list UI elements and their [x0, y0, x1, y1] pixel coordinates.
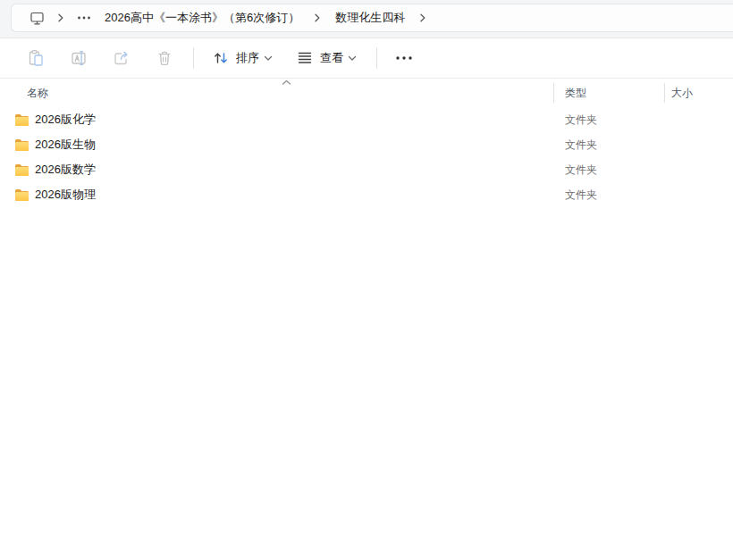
view-label: 查看 — [320, 50, 343, 66]
toolbar-divider — [376, 47, 377, 69]
file-type: 文件夹 — [553, 163, 664, 178]
table-row[interactable]: 2026版化学 文件夹 — [0, 107, 733, 132]
column-header-size[interactable]: 大小 — [664, 79, 733, 107]
table-row[interactable]: 2026版物理 文件夹 — [0, 182, 733, 207]
column-header-size-label: 大小 — [671, 86, 693, 101]
table-row[interactable]: 2026版数学 文件夹 — [0, 157, 733, 182]
chevron-right-icon — [56, 13, 65, 23]
table-row[interactable]: 2026版生物 文件夹 — [0, 132, 733, 157]
breadcrumb-root-this-pc[interactable] — [29, 11, 45, 26]
breadcrumb-label: 2026高中《一本涂书》（第6次修订） — [103, 10, 301, 26]
column-header-row: 名称 类型 大小 — [0, 79, 733, 107]
chevron-down-icon — [264, 55, 273, 62]
paste-button[interactable] — [18, 42, 54, 74]
file-name-cell: 2026版化学 — [0, 112, 553, 128]
address-bar[interactable]: 2026高中《一本涂书》（第6次修订） 数理化生四科 — [11, 4, 733, 32]
caret-up-icon — [282, 79, 291, 86]
file-name: 2026版化学 — [35, 112, 96, 128]
rename-button[interactable] — [61, 42, 97, 74]
breadcrumb-item-parent[interactable]: 2026高中《一本涂书》（第6次修订） — [103, 10, 301, 26]
folder-icon — [14, 163, 29, 177]
file-name: 2026版数学 — [35, 162, 96, 178]
file-name: 2026版生物 — [35, 137, 96, 153]
delete-button[interactable] — [147, 42, 182, 74]
file-name: 2026版物理 — [35, 187, 96, 203]
chevron-right-icon — [418, 13, 427, 23]
breadcrumb-item-current[interactable]: 数理化生四科 — [333, 10, 407, 26]
chevron-down-icon — [348, 55, 357, 62]
folder-icon — [14, 138, 29, 152]
clipboard-paste-icon — [27, 49, 45, 67]
file-name-cell: 2026版数学 — [0, 162, 553, 178]
view-lines-icon — [296, 49, 314, 67]
share-icon — [113, 49, 131, 67]
this-pc-monitor-icon — [29, 11, 45, 26]
more-options-button[interactable] — [388, 42, 420, 74]
breadcrumb-label: 数理化生四科 — [333, 10, 407, 26]
view-dropdown-button[interactable]: 查看 — [289, 42, 364, 74]
toolbar-divider — [193, 47, 194, 69]
file-type: 文件夹 — [553, 113, 664, 128]
command-toolbar: 排序 查看 — [0, 38, 733, 79]
title-bar: 2026高中《一本涂书》（第6次修订） 数理化生四科 — [0, 0, 733, 38]
chevron-right-icon — [313, 13, 322, 23]
share-button[interactable] — [104, 42, 139, 74]
file-name-cell: 2026版物理 — [0, 187, 553, 203]
file-list: 2026版化学 文件夹 2026版生物 文件夹 — [0, 107, 733, 207]
more-ellipsis-icon — [395, 55, 413, 61]
sort-dropdown-button[interactable]: 排序 — [205, 42, 280, 74]
ellipsis-icon — [77, 15, 91, 21]
trash-icon — [156, 49, 173, 67]
folder-icon — [14, 188, 29, 202]
sort-arrows-icon — [212, 49, 230, 67]
column-header-type-label: 类型 — [565, 86, 586, 101]
folder-icon — [14, 113, 29, 127]
file-name-cell: 2026版生物 — [0, 137, 553, 153]
column-header-type[interactable]: 类型 — [553, 79, 664, 107]
file-type: 文件夹 — [553, 188, 664, 203]
column-header-name[interactable]: 名称 — [0, 86, 553, 101]
file-type: 文件夹 — [553, 138, 664, 153]
breadcrumb-overflow-button[interactable] — [77, 15, 91, 21]
rename-icon — [70, 49, 88, 67]
sort-label: 排序 — [236, 50, 259, 66]
